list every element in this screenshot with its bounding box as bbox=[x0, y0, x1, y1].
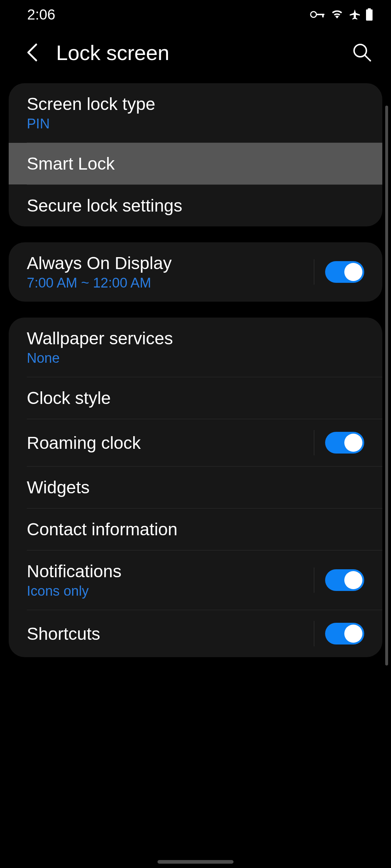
app-bar: Lock screen bbox=[0, 29, 391, 76]
status-icons bbox=[310, 8, 373, 21]
switch-divider bbox=[314, 621, 314, 646]
list-item-smart-lock[interactable]: Smart Lock bbox=[9, 143, 382, 184]
item-title: Roaming clock bbox=[27, 433, 314, 453]
back-button[interactable] bbox=[22, 42, 43, 63]
nav-handle[interactable] bbox=[157, 860, 234, 864]
item-title: Contact information bbox=[27, 519, 364, 539]
item-title: Notifications bbox=[27, 561, 314, 581]
search-icon bbox=[352, 43, 372, 62]
wifi-icon bbox=[330, 9, 344, 20]
svg-line-6 bbox=[365, 55, 370, 61]
item-title: Screen lock type bbox=[27, 94, 364, 114]
list-item-widgets[interactable]: Widgets bbox=[9, 467, 382, 508]
list-item-contact-information[interactable]: Contact information bbox=[9, 509, 382, 550]
list-item-wallpaper-services[interactable]: Wallpaper services None bbox=[9, 318, 382, 377]
list-item-shortcuts[interactable]: Shortcuts bbox=[9, 610, 382, 657]
item-subtitle: 7:00 AM ~ 12:00 AM bbox=[27, 275, 314, 291]
vpn-key-icon bbox=[310, 11, 325, 18]
list-item-screen-lock-type[interactable]: Screen lock type PIN bbox=[9, 83, 382, 142]
status-time: 2:06 bbox=[27, 7, 55, 23]
airplane-icon bbox=[349, 9, 361, 20]
list-item-clock-style[interactable]: Clock style bbox=[9, 377, 382, 419]
item-subtitle: PIN bbox=[27, 116, 364, 132]
item-title: Wallpaper services bbox=[27, 328, 364, 348]
svg-rect-3 bbox=[368, 8, 371, 9]
svg-rect-4 bbox=[366, 9, 373, 21]
item-subtitle: None bbox=[27, 350, 364, 366]
settings-group: Screen lock type PIN Smart Lock Secure l… bbox=[9, 83, 382, 226]
page-title: Lock screen bbox=[56, 41, 339, 65]
list-item-notifications[interactable]: Notifications Icons only bbox=[9, 550, 382, 610]
battery-icon bbox=[366, 8, 373, 21]
toggle-shortcuts[interactable] bbox=[325, 623, 364, 644]
item-title: Shortcuts bbox=[27, 624, 314, 644]
back-icon bbox=[25, 42, 40, 63]
search-button[interactable] bbox=[351, 42, 373, 63]
item-title: Secure lock settings bbox=[27, 196, 364, 216]
svg-point-0 bbox=[311, 12, 316, 17]
switch-divider bbox=[314, 430, 314, 455]
list-item-secure-lock-settings[interactable]: Secure lock settings bbox=[9, 185, 382, 226]
item-title: Always On Display bbox=[27, 253, 314, 273]
toggle-notifications[interactable] bbox=[325, 569, 364, 591]
toggle-always-on-display[interactable] bbox=[325, 261, 364, 283]
svg-rect-2 bbox=[322, 14, 324, 17]
settings-group: Wallpaper services None Clock style Roam… bbox=[9, 318, 382, 657]
content: Screen lock type PIN Smart Lock Secure l… bbox=[0, 76, 391, 657]
switch-divider bbox=[314, 567, 314, 593]
item-title: Clock style bbox=[27, 388, 364, 408]
list-item-always-on-display[interactable]: Always On Display 7:00 AM ~ 12:00 AM bbox=[9, 242, 382, 302]
scrollbar[interactable] bbox=[385, 106, 388, 665]
item-title: Smart Lock bbox=[27, 154, 364, 174]
switch-divider bbox=[314, 259, 314, 285]
status-bar: 2:06 bbox=[0, 0, 391, 29]
settings-group: Always On Display 7:00 AM ~ 12:00 AM bbox=[9, 242, 382, 302]
toggle-roaming-clock[interactable] bbox=[325, 432, 364, 454]
list-item-roaming-clock[interactable]: Roaming clock bbox=[9, 419, 382, 466]
item-subtitle: Icons only bbox=[27, 583, 314, 599]
item-title: Widgets bbox=[27, 477, 364, 497]
